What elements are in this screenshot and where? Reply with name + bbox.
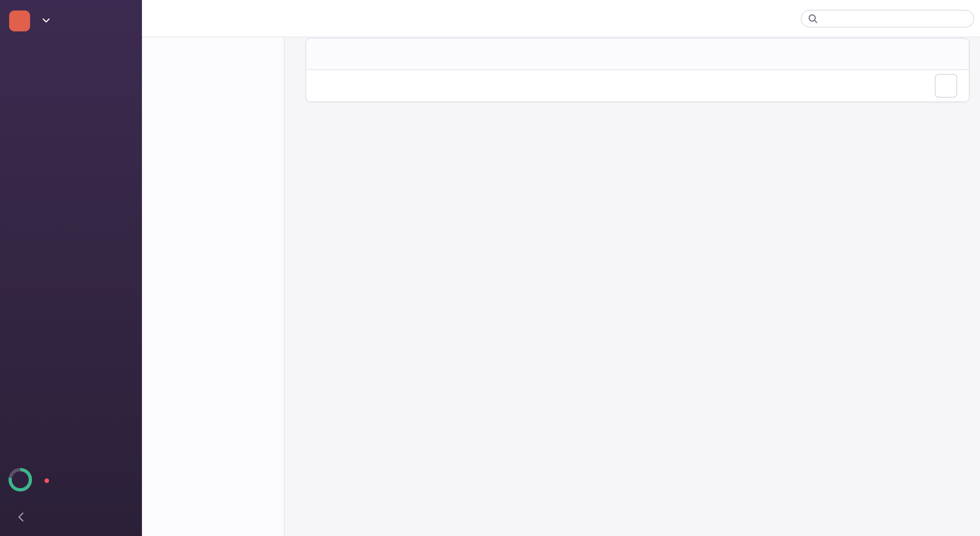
search-input[interactable] — [822, 13, 967, 24]
search-icon — [808, 13, 818, 23]
reset-all-thresholds-button[interactable] — [935, 74, 957, 97]
notification-dot — [45, 478, 49, 483]
main-sidebar — [0, 0, 142, 536]
settings-subnav — [142, 37, 285, 536]
quick-start-progress-ring — [8, 468, 32, 491]
org-avatar — [9, 11, 30, 32]
org-switcher[interactable] — [0, 0, 142, 32]
search-box — [801, 10, 974, 27]
threshold-settings-panel — [305, 38, 969, 102]
chevron-left-icon — [14, 510, 27, 523]
quick-start-count — [12, 471, 29, 488]
app — [0, 0, 980, 536]
topbar — [142, 0, 980, 37]
sidebar-collapse[interactable] — [5, 507, 137, 528]
chevron-down-icon — [43, 18, 50, 22]
quick-start[interactable] — [0, 465, 142, 495]
main-content — [285, 37, 980, 536]
panel-title — [306, 38, 969, 70]
